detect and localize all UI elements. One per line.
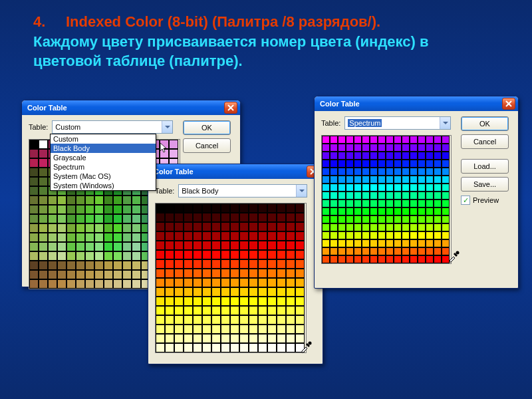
color-swatch[interactable] xyxy=(402,207,410,215)
color-swatch[interactable] xyxy=(402,223,410,231)
color-swatch[interactable] xyxy=(221,306,230,315)
save-button[interactable]: Save... xyxy=(461,177,509,192)
color-swatch[interactable] xyxy=(286,343,295,352)
color-swatch[interactable] xyxy=(122,242,132,251)
color-swatch[interactable] xyxy=(442,215,450,223)
color-swatch[interactable] xyxy=(442,231,450,239)
color-swatch[interactable] xyxy=(202,269,211,278)
color-swatch[interactable] xyxy=(184,343,193,352)
color-swatch[interactable] xyxy=(322,207,330,215)
color-swatch[interactable] xyxy=(104,196,113,205)
color-swatch[interactable] xyxy=(426,176,434,184)
color-swatch[interactable] xyxy=(378,184,386,192)
color-swatch[interactable] xyxy=(230,231,239,241)
color-swatch[interactable] xyxy=(258,297,267,306)
color-swatch[interactable] xyxy=(410,136,418,144)
color-swatch[interactable] xyxy=(211,343,221,352)
color-swatch[interactable] xyxy=(165,269,174,278)
color-swatch[interactable] xyxy=(394,192,402,200)
color-swatch[interactable] xyxy=(230,213,239,222)
color-swatch[interactable] xyxy=(322,215,330,223)
color-swatch[interactable] xyxy=(174,259,184,269)
color-swatch[interactable] xyxy=(156,315,165,325)
color-swatch[interactable] xyxy=(29,168,39,177)
color-swatch[interactable] xyxy=(322,144,330,152)
color-swatch[interactable] xyxy=(239,259,249,269)
color-swatch[interactable] xyxy=(202,259,211,269)
color-swatch[interactable] xyxy=(330,247,338,255)
color-swatch[interactable] xyxy=(249,315,258,325)
color-swatch[interactable] xyxy=(230,315,239,325)
color-swatch[interactable] xyxy=(426,152,434,160)
color-swatch[interactable] xyxy=(338,176,346,184)
color-swatch[interactable] xyxy=(362,247,370,255)
color-swatch[interactable] xyxy=(57,233,66,242)
color-swatch[interactable] xyxy=(277,222,286,231)
color-swatch[interactable] xyxy=(370,144,378,152)
color-swatch[interactable] xyxy=(386,247,394,255)
color-swatch[interactable] xyxy=(277,325,286,334)
color-swatch[interactable] xyxy=(29,223,39,233)
color-swatch[interactable] xyxy=(286,315,295,325)
color-swatch[interactable] xyxy=(221,259,230,269)
color-swatch[interactable] xyxy=(370,239,378,247)
color-swatch[interactable] xyxy=(410,231,418,239)
color-swatch[interactable] xyxy=(386,184,394,192)
color-swatch[interactable] xyxy=(442,176,450,184)
color-swatch[interactable] xyxy=(258,203,267,213)
color-swatch[interactable] xyxy=(184,250,193,259)
color-swatch[interactable] xyxy=(402,200,410,207)
color-swatch[interactable] xyxy=(85,242,94,251)
color-swatch[interactable] xyxy=(94,279,104,289)
color-swatch[interactable] xyxy=(322,223,330,231)
color-swatch[interactable] xyxy=(193,325,202,334)
color-swatch[interactable] xyxy=(221,325,230,334)
color-swatch[interactable] xyxy=(322,192,330,200)
color-swatch[interactable] xyxy=(221,222,230,231)
color-swatch[interactable] xyxy=(39,223,48,233)
color-swatch[interactable] xyxy=(378,239,386,247)
titlebar[interactable]: Color Table xyxy=(22,100,240,115)
color-swatch[interactable] xyxy=(202,315,211,325)
color-swatch[interactable] xyxy=(94,233,104,242)
color-swatch[interactable] xyxy=(277,231,286,241)
color-swatch[interactable] xyxy=(48,233,57,242)
color-swatch[interactable] xyxy=(184,297,193,306)
color-swatch[interactable] xyxy=(386,152,394,160)
color-swatch[interactable] xyxy=(338,247,346,255)
color-swatch[interactable] xyxy=(410,176,418,184)
color-swatch[interactable] xyxy=(221,287,230,297)
close-button[interactable] xyxy=(224,102,237,114)
color-swatch[interactable] xyxy=(418,192,426,200)
color-swatch[interactable] xyxy=(370,215,378,223)
color-swatch[interactable] xyxy=(354,144,362,152)
color-swatch[interactable] xyxy=(230,343,239,352)
color-swatch[interactable] xyxy=(402,239,410,247)
color-swatch[interactable] xyxy=(295,259,305,269)
color-swatch[interactable] xyxy=(76,214,85,223)
color-swatch[interactable] xyxy=(330,255,338,263)
load-button[interactable]: Load... xyxy=(461,159,509,174)
color-swatch[interactable] xyxy=(386,207,394,215)
color-swatch[interactable] xyxy=(249,287,258,297)
color-swatch[interactable] xyxy=(370,231,378,239)
color-swatch[interactable] xyxy=(156,325,165,334)
color-swatch[interactable] xyxy=(330,160,338,168)
color-swatch[interactable] xyxy=(193,315,202,325)
color-swatch[interactable] xyxy=(378,192,386,200)
color-swatch[interactable] xyxy=(362,168,370,176)
color-swatch[interactable] xyxy=(346,223,354,231)
color-swatch[interactable] xyxy=(165,343,174,352)
color-swatch[interactable] xyxy=(418,176,426,184)
color-swatch[interactable] xyxy=(362,200,370,207)
color-swatch[interactable] xyxy=(426,168,434,176)
color-swatch[interactable] xyxy=(202,325,211,334)
color-swatch[interactable] xyxy=(184,306,193,315)
color-swatch[interactable] xyxy=(211,297,221,306)
color-swatch[interactable] xyxy=(258,343,267,352)
color-swatch[interactable] xyxy=(239,222,249,231)
color-swatch[interactable] xyxy=(442,136,450,144)
color-swatch[interactable] xyxy=(39,177,48,186)
color-swatch[interactable] xyxy=(362,207,370,215)
color-swatch[interactable] xyxy=(85,279,94,289)
